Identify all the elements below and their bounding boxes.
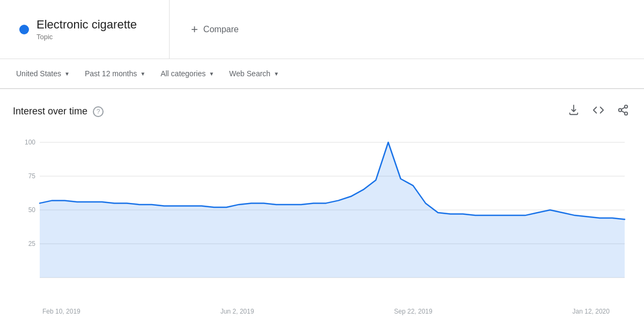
period-dropdown-arrow: ▼ [140, 71, 145, 77]
region-label: United States [16, 69, 61, 78]
x-label-3: Sep 22, 2019 [394, 308, 432, 315]
embed-icon[interactable] [590, 102, 606, 121]
chart-section: Interest over time ? [0, 89, 644, 324]
svg-text:75: 75 [28, 172, 36, 180]
download-icon[interactable] [566, 102, 582, 121]
svg-text:100: 100 [25, 139, 35, 146]
x-axis-labels: Feb 10, 2019 Jun 2, 2019 Sep 22, 2019 Ja… [13, 303, 631, 324]
search-term-area: Electronic cigarette Topic [9, 0, 170, 59]
compare-plus-icon: + [191, 23, 198, 37]
chart-actions [566, 102, 631, 121]
svg-line-3 [621, 111, 625, 113]
compare-label: Compare [203, 25, 239, 34]
search-type-filter[interactable]: Web Search ▼ [222, 65, 287, 82]
term-name: Electronic cigarette [36, 18, 137, 32]
region-filter[interactable]: United States ▼ [9, 65, 77, 82]
term-type: Topic [36, 33, 137, 41]
svg-text:50: 50 [28, 206, 36, 214]
term-indicator-dot [19, 25, 29, 34]
category-filter[interactable]: All categories ▼ [153, 65, 222, 82]
period-filter[interactable]: Past 12 months ▼ [77, 65, 153, 82]
chart-header: Interest over time ? [13, 102, 631, 121]
term-info: Electronic cigarette Topic [36, 18, 137, 41]
period-label: Past 12 months [85, 69, 137, 78]
x-label-1: Feb 10, 2019 [42, 308, 80, 315]
interest-over-time-chart: 100 75 50 25 [13, 132, 631, 303]
compare-button[interactable]: + Compare [170, 14, 260, 45]
page-header: Electronic cigarette Topic + Compare [0, 0, 644, 59]
share-icon[interactable] [615, 102, 631, 121]
filters-bar: United States ▼ Past 12 months ▼ All cat… [0, 59, 644, 89]
x-label-4: Jan 12, 2020 [573, 308, 610, 315]
category-dropdown-arrow: ▼ [209, 71, 214, 77]
svg-text:25: 25 [28, 240, 36, 248]
search-type-label: Web Search [229, 69, 270, 78]
svg-line-4 [621, 107, 625, 110]
region-dropdown-arrow: ▼ [64, 71, 70, 77]
help-icon[interactable]: ? [93, 106, 104, 117]
chart-title-area: Interest over time ? [13, 106, 104, 117]
search-type-dropdown-arrow: ▼ [274, 71, 279, 77]
category-label: All categories [160, 69, 206, 78]
chart-title: Interest over time [13, 106, 87, 117]
x-label-2: Jun 2, 2019 [221, 308, 254, 315]
